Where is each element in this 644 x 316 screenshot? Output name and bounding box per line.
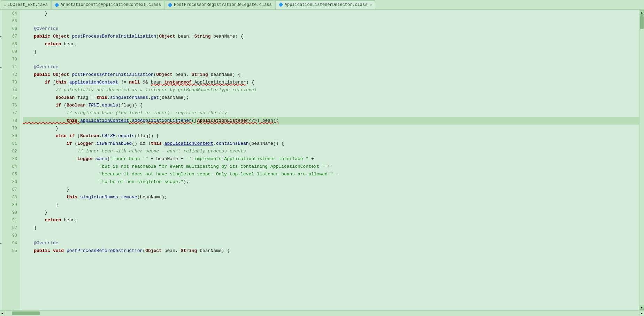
ln-85: 85 [2,171,17,178]
vertical-scrollbar[interactable]: ▲ ▼ [639,10,644,310]
ln-75: 75 [2,94,17,102]
ln-82: 82 [2,148,17,155]
code-line-72: public Object postProcessAfterInitializa… [23,71,639,79]
scroll-right-arrow[interactable]: ▶ [639,311,644,316]
tab-label-applistener: ApplicationListenerDetector.class [285,2,368,7]
tab-icon-applistener: 🔷 [278,2,283,7]
ln-93: 93 [2,232,17,239]
code-line-85: "because it does not have singleton scop… [23,171,639,178]
line-numbers: 64 65 66 67 68 69 70 71 72 73 74 75 76 7… [2,10,20,310]
tab-label-ioctest: IOCTest_Ext.java [8,2,48,7]
ln-95: 95 [2,247,17,255]
ln-87: 87 [2,186,17,193]
code-line-87: } [23,186,639,193]
code-line-93 [23,232,639,239]
code-line-75: Boolean flag = this.singletonNames.get(b… [23,94,639,102]
tab-applicationlistener[interactable]: 🔷 ApplicationListenerDetector.class ✕ [275,0,376,9]
code-line-92: } [23,224,639,232]
code-line-76: if (Boolean.TRUE.equals(flag)) { [23,102,639,109]
code-line-82: // inner bean with other scope - can't r… [23,148,639,155]
ln-79: 79 [2,125,17,132]
tab-label-annotationconfig: AnnotationConfigApplicationContext.class [61,2,161,7]
tab-close-applistener[interactable]: ✕ [370,3,372,7]
code-line-77: // singleton bean (top-level or inner): … [23,109,639,117]
code-line-95: public void postProcessBeforeDestruction… [23,247,639,255]
horizontal-scroll-thumb[interactable] [12,311,40,315]
code-line-79: } [23,125,639,132]
code-line-83: Logger.warn("Inner bean '" + beanName + … [23,155,639,163]
ln-65: 65 [2,17,17,25]
ln-81: 81 [2,140,17,148]
ln-77: 77 [2,109,17,117]
code-line-90: } [23,209,639,216]
tab-annotationconfig[interactable]: 🔷 AnnotationConfigApplicationContext.cla… [51,0,164,9]
code-content[interactable]: } @Override public Object postProcessBef… [20,10,639,310]
code-line-74: // potentially not detected as a listene… [23,86,639,94]
code-line-70 [23,56,639,63]
ln-64: 64 [2,10,17,17]
ln-71: 71 [2,63,17,71]
ln-84: 84 [2,163,17,171]
ln-94: 94 [2,239,17,247]
code-line-84: "but is not reachable for event multicas… [23,163,639,171]
ln-86: 86 [2,178,17,186]
ln-66: 66 [2,25,17,33]
ln-73: 73 [2,79,17,86]
code-line-66: @Override [23,25,639,33]
ln-90: 90 [2,209,17,216]
ln-89: 89 [2,201,17,209]
code-lines: } @Override public Object postProcessBef… [23,10,639,255]
code-line-78: this.applicationContext.addApplicationLi… [23,117,639,125]
ln-67: 67 [2,33,17,40]
scroll-thumb[interactable] [640,15,644,29]
code-line-91: return bean; [23,216,639,224]
code-line-65 [23,17,639,25]
ln-92: 92 [2,224,17,232]
bottom-scrollbar[interactable]: ◀ ▶ [0,310,644,316]
tab-bar: ☕ IOCTest_Ext.java 🔷 AnnotationConfigApp… [0,0,644,10]
tab-ioctest[interactable]: ☕ IOCTest_Ext.java [1,0,51,9]
ln-83: 83 [2,155,17,163]
scroll-down-arrow[interactable]: ▼ [640,306,644,310]
editor-container: ☕ IOCTest_Ext.java 🔷 AnnotationConfigApp… [0,0,644,316]
scroll-left-arrow[interactable]: ◀ [0,311,5,316]
code-line-71: @Override [23,63,639,71]
tab-icon-annotationconfig: 🔷 [54,3,59,7]
ln-70: 70 [2,56,17,63]
code-line-86: "to be of non-singleton scope."); [23,178,639,186]
code-line-94: @Override [23,239,639,247]
code-line-88: this.singletonNames.remove(beanName); [23,193,639,201]
ln-69: 69 [2,48,17,56]
code-line-67: public Object postProcessBeforeInitializ… [23,33,639,40]
ln-88: 88 [2,193,17,201]
horizontal-scroll-area[interactable] [5,311,639,316]
tab-label-postprocessor: PostProcessorRegistrationDelegate.class [174,2,272,7]
code-area: ▸ ▸ ▸ [0,10,644,310]
ln-91: 91 [2,216,17,224]
ln-80: 80 [2,132,17,140]
code-line-69: } [23,48,639,56]
ln-78: 78 [2,117,17,125]
ln-68: 68 [2,40,17,48]
ln-72: 72 [2,71,17,79]
tab-postprocessor[interactable]: 🔷 PostProcessorRegistrationDelegate.clas… [164,0,275,9]
code-line-80: else if (Boolean.FALSE.equals(flag)) { [23,132,639,140]
tab-icon-ioctest: ☕ [4,3,6,7]
ln-76: 76 [2,102,17,109]
code-line-89: } [23,201,639,209]
code-line-81: if (Logger.isWarnEnabled() && !this.appl… [23,140,639,148]
code-line-73: if (this.applicationContext != null && b… [23,79,639,86]
tab-icon-postprocessor: 🔷 [168,3,172,7]
ln-74: 74 [2,86,17,94]
scroll-up-arrow[interactable]: ▲ [640,10,644,15]
code-line-64: } [23,10,639,17]
code-line-68: return bean; [23,40,639,48]
